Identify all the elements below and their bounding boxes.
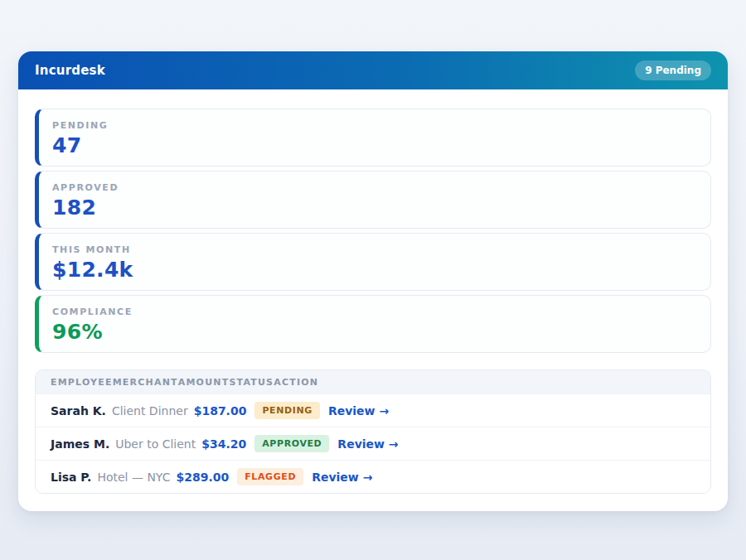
stat-label: THIS MONTH [52,244,697,255]
app-body: PENDING 47 APPROVED 182 THIS MONTH $12.4… [18,89,728,511]
column-header-amount: AMOUNT [178,377,230,388]
review-link[interactable]: Review → [337,437,398,451]
status-badge: FLAGGED [237,468,303,485]
stat-card-pending: PENDING 47 [35,109,711,167]
column-header-action: ACTION [274,377,318,388]
app-header: Incurdesk 9 Pending [18,51,728,89]
merchant-name: Hotel — NYC [97,471,170,484]
column-header-employee: EMPLOYEE [51,377,113,388]
stat-value: 47 [52,133,697,157]
employee-name: Sarah K. [51,404,106,418]
merchant-name: Client Dinner [112,404,188,418]
stat-value: 182 [52,196,697,220]
expenses-table: EMPLOYEEMERCHANTAMOUNTSTATUSACTION Sarah… [35,369,711,494]
employee-name: James M. [51,437,109,451]
table-row: James M. Uber to Client $34.20 APPROVED … [36,427,710,460]
amount-value: $34.20 [201,437,246,451]
status-badge: APPROVED [254,435,329,452]
stat-label: APPROVED [52,182,697,193]
app-title: Incurdesk [35,63,105,78]
status-badge: PENDING [254,402,319,419]
stat-card-compliance: COMPLIANCE 96% [35,295,711,353]
stat-label: COMPLIANCE [52,307,697,317]
merchant-name: Uber to Client [115,437,196,451]
table-header-row: EMPLOYEEMERCHANTAMOUNTSTATUSACTION [36,370,710,393]
table-row: Sarah K. Client Dinner $187.00 PENDING R… [36,393,710,427]
stat-label: PENDING [52,120,697,131]
stat-card-this-month: THIS MONTH $12.4k [35,233,711,291]
amount-value: $187.00 [194,404,247,418]
table-row: Lisa P. Hotel — NYC $289.00 FLAGGED Revi… [36,460,710,493]
review-link[interactable]: Review → [328,404,389,418]
employee-name: Lisa P. [51,471,91,484]
pending-count-badge[interactable]: 9 Pending [635,60,711,80]
incurdesk-app-card: Incurdesk 9 Pending PENDING 47 APPROVED … [18,51,728,511]
review-link[interactable]: Review → [312,471,372,484]
stat-value: 96% [52,320,697,344]
amount-value: $289.00 [176,471,229,484]
stat-value: $12.4k [52,258,697,282]
column-header-status: STATUS [229,377,274,388]
stat-card-approved: APPROVED 182 [35,171,711,229]
column-header-merchant: MERCHANT [113,377,178,388]
